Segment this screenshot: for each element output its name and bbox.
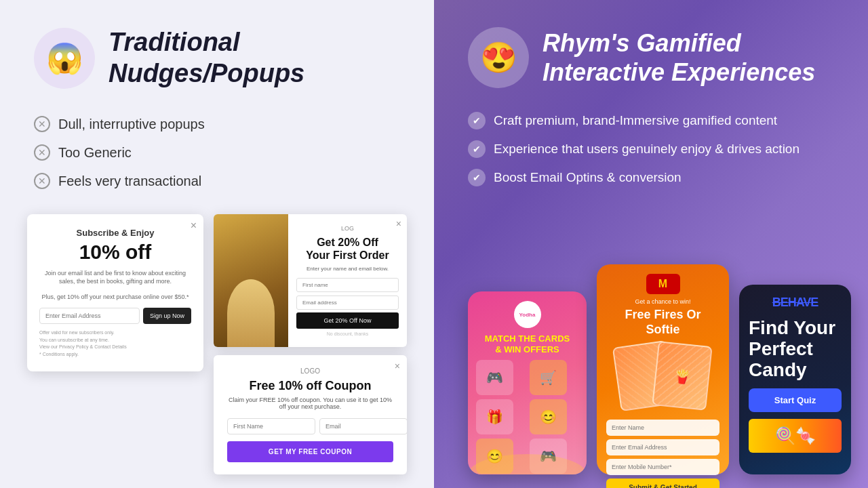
bullet-item-3: ✕ Feels very transactional bbox=[34, 173, 400, 189]
popup-coupon: × LOGO Free 10% off Coupon Claim your FR… bbox=[214, 355, 407, 474]
x-icon-3: ✕ bbox=[34, 173, 50, 189]
popup2-firstname-input[interactable] bbox=[296, 278, 399, 292]
popup1-subtext: Plus, get 10% off your next purchase onl… bbox=[39, 293, 191, 302]
scratch-cards: 🍟 bbox=[606, 344, 719, 411]
card2-win-text: Get a chance to win! bbox=[606, 298, 719, 305]
card2-phone-input[interactable] bbox=[606, 459, 719, 475]
right-header: 😍 Rhym's GamifiedInteractive Experiences bbox=[468, 27, 834, 88]
check-icon-3: ✔ bbox=[468, 169, 486, 186]
card2-submit-button[interactable]: Submit & Get Started bbox=[606, 479, 719, 488]
free-fires-card: M Get a chance to win! Free Fires Or Sof… bbox=[597, 264, 729, 474]
mockups-container: × Subscribe & Enjoy 10% off Join our ema… bbox=[27, 214, 420, 474]
left-title: TraditionalNudges/Popups bbox=[108, 27, 304, 89]
right-emoji: 😍 bbox=[468, 27, 529, 88]
check-item-1: ✔ Craft premium, brand-Immersive gamifie… bbox=[468, 112, 834, 129]
bullet-item-2: ✕ Too Generic bbox=[34, 144, 400, 161]
right-panel: 😍 Rhym's GamifiedInteractive Experiences… bbox=[434, 0, 868, 488]
popup1-email-input[interactable] bbox=[39, 308, 140, 324]
popup3-coupon-button[interactable]: GET MY FREE COUPON bbox=[227, 441, 393, 462]
popup-twenty: × LOG Get 20% OffYour First Order Enter … bbox=[214, 214, 407, 347]
popup1-email-row: Sign up Now bbox=[39, 308, 191, 324]
popup-subscribe: × Subscribe & Enjoy 10% off Join our ema… bbox=[27, 214, 203, 372]
close-icon-2[interactable]: × bbox=[396, 218, 401, 229]
popup2-no-thanks: No discount, thanks bbox=[296, 331, 399, 336]
check-item-2: ✔ Experience that users genuinely enjoy … bbox=[468, 140, 834, 158]
bullet-item-1: ✕ Dull, interruptive popups bbox=[34, 116, 400, 132]
popup2-email-input[interactable] bbox=[296, 296, 399, 310]
left-header: 😱 TraditionalNudges/Popups bbox=[34, 27, 400, 89]
popup3-firstname-input[interactable] bbox=[227, 418, 315, 434]
popup2-text: × LOG Get 20% OffYour First Order Enter … bbox=[288, 214, 407, 347]
card3-logo: BEHAVE bbox=[749, 296, 842, 310]
popup2-heading: Get 20% OffYour First Order bbox=[296, 236, 399, 262]
game-cards: Yodha MATCH THE CARDS& WIN OFFERS 🎮 🛒 🎁 … bbox=[468, 264, 854, 474]
card-grid-item-3: 🎁 bbox=[476, 399, 513, 434]
check-icon-1: ✔ bbox=[468, 112, 486, 129]
bullet-list: ✕ Dull, interruptive popups ✕ Too Generi… bbox=[34, 116, 400, 189]
popup3-body: Claim your FREE 10% off coupon. You can … bbox=[227, 396, 393, 410]
mcd-logo: M bbox=[646, 274, 680, 294]
find-candy-card: BEHAVE Find YourPerfect Candy Start Quiz… bbox=[739, 285, 851, 474]
card2-email-input[interactable] bbox=[606, 439, 719, 455]
left-emoji: 😱 bbox=[34, 28, 95, 89]
x-icon-2: ✕ bbox=[34, 144, 50, 161]
scratch-card-2: 🍟 bbox=[652, 341, 712, 411]
card3-quiz-button[interactable]: Start Quiz bbox=[749, 388, 842, 412]
popup2-image bbox=[214, 214, 288, 347]
right-title: Rhym's GamifiedInteractive Experiences bbox=[542, 28, 815, 87]
close-icon-3[interactable]: × bbox=[395, 361, 400, 371]
card1-heading: MATCH THE CARDS& WIN OFFERS bbox=[476, 333, 578, 354]
popup1-body: Join our email list and be first to know… bbox=[39, 269, 191, 286]
close-icon-1[interactable]: × bbox=[191, 220, 197, 232]
check-icon-2: ✔ bbox=[468, 140, 486, 158]
left-panel: 😱 TraditionalNudges/Popups ✕ Dull, inter… bbox=[0, 0, 434, 488]
check-list: ✔ Craft premium, brand-Immersive gamifie… bbox=[468, 112, 834, 186]
popup3-email-input[interactable] bbox=[319, 418, 407, 434]
popup1-discount: 10% off bbox=[39, 241, 191, 264]
popup2-photo bbox=[214, 214, 288, 347]
check-item-3: ✔ Boost Email Optins & conversion bbox=[468, 169, 834, 186]
card-grid-item-2: 🛒 bbox=[530, 360, 567, 395]
popup1-signup-button[interactable]: Sign up Now bbox=[143, 308, 191, 324]
popup3-heading: Free 10% off Coupon bbox=[227, 379, 393, 393]
person-silhouette bbox=[227, 279, 275, 347]
card2-name-input[interactable] bbox=[606, 420, 719, 436]
card2-heading: Free Fires Or Softie bbox=[606, 308, 719, 337]
popup-right-col: × LOG Get 20% OffYour First Order Enter … bbox=[214, 214, 407, 474]
popup2-body: Enter your name and email below. bbox=[296, 266, 399, 272]
popup1-fine-print: Offer valid for new subscribers only. Yo… bbox=[39, 329, 191, 358]
popup2-cta-button[interactable]: Get 20% Off Now bbox=[296, 312, 399, 329]
card-grid-item-1: 🎮 bbox=[476, 360, 513, 395]
match-cards-card: Yodha MATCH THE CARDS& WIN OFFERS 🎮 🛒 🎁 … bbox=[468, 291, 587, 474]
popup1-heading: Subscribe & Enjoy bbox=[39, 228, 191, 238]
card1-logo: Yodha bbox=[514, 301, 541, 328]
card-grid-item-4: 😊 bbox=[530, 399, 567, 434]
popup3-fields bbox=[227, 418, 393, 434]
popup2-logo: LOG bbox=[296, 225, 399, 232]
candy-image: 🍭🍬 bbox=[749, 419, 842, 453]
x-icon-1: ✕ bbox=[34, 116, 50, 132]
card3-heading: Find YourPerfect Candy bbox=[749, 318, 842, 380]
popup3-logo: LOGO bbox=[227, 367, 393, 375]
